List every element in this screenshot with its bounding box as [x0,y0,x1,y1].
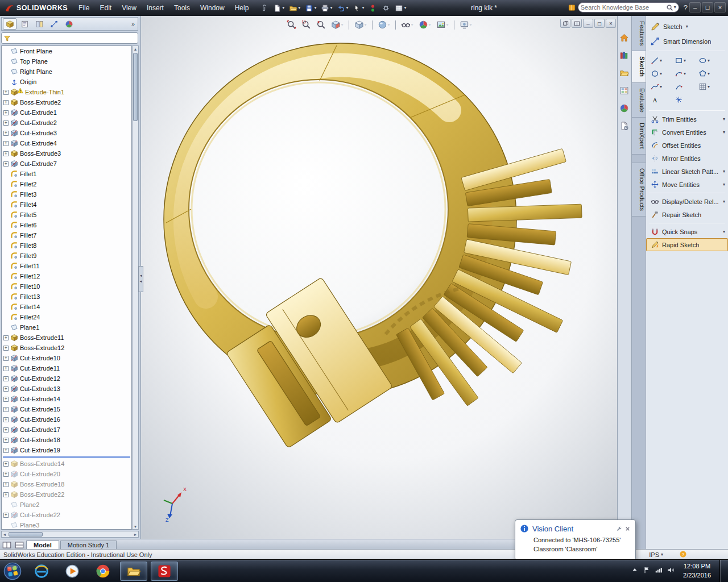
menu-tools[interactable]: Tools [169,1,195,15]
tree-item-fillet6[interactable]: Fillet6 [2,220,131,230]
tree-item-fillet9[interactable]: Fillet9 [2,251,131,261]
tree-horizontal-scrollbar[interactable]: ◄ ► [1,531,139,538]
expand-icon[interactable]: + [3,335,9,340]
zoom-previous-button[interactable] [314,19,327,31]
windows-explorer-taskbar-button[interactable] [120,562,147,581]
chrome-taskbar-button[interactable] [89,562,117,581]
trim-entities-button[interactable]: Trim Entities▾ [646,113,728,126]
stoplight-button[interactable] [367,3,379,14]
expand-icon[interactable]: + [3,161,9,167]
polygon-tool-button[interactable]: ▾ [698,67,722,80]
tree-item-plane2[interactable]: Plane2 [2,500,131,510]
zoom-fit-button[interactable] [284,19,297,31]
tree-item-extrude-thin1[interactable]: +Extrude-Thin1 [2,87,131,97]
units-selector[interactable]: IPS▾ [649,551,663,558]
display-style-button[interactable]: ▾ [375,19,391,31]
expand-icon[interactable]: + [3,90,9,95]
edit-appearance-button[interactable]: ▾ [417,19,433,31]
line-tool-button[interactable]: ▾ [651,54,675,67]
linear-sketch-patt-button[interactable]: Linear Sketch Patt...▾ [646,165,728,178]
configurationmanager-tab[interactable] [32,18,46,30]
tree-item-origin[interactable]: Origin [2,77,131,87]
tree-item-fillet2[interactable]: Fillet2 [2,179,131,189]
expand-icon[interactable]: + [3,346,9,351]
attach-button[interactable] [258,3,270,14]
tree-item-cut-extrude19[interactable]: +Cut-Extrude19 [2,445,131,455]
tree-item-boss-extrude12[interactable]: +Boss-Extrude12 [2,343,131,353]
sheet-button[interactable]: ▾ [393,3,408,14]
tree-item-fillet14[interactable]: Fillet14 [2,302,131,312]
mirror-entities-button[interactable]: Mirror Entities [646,152,728,165]
arc-tool-button[interactable]: ▾ [675,67,698,80]
hide-show-items-button[interactable]: ▾ [399,19,415,31]
solidworks-taskbar-button[interactable] [151,562,178,581]
menu-file[interactable]: File [73,1,94,15]
tree-item-cut-extrude2[interactable]: +Cut-Extrude2 [2,118,131,128]
notification-close-icon[interactable] [624,526,631,532]
tree-item-fillet24[interactable]: Fillet24 [2,312,131,322]
tree-item-boss-extrude2[interactable]: +Boss-Extrude2 [2,97,131,107]
print-button[interactable]: ▾ [319,3,334,14]
show-desktop-button[interactable] [719,560,726,582]
scroll-left-icon[interactable]: ◄ [2,531,7,537]
tree-item-boss-extrude18[interactable]: +Boss-Extrude18 [2,479,131,489]
tree-item-cut-extrude7[interactable]: +Cut-Extrude7 [2,159,131,169]
tree-item-fillet7[interactable]: Fillet7 [2,230,131,240]
search-caret-icon[interactable]: ▾ [674,5,676,10]
smart-dimension-button[interactable]: Smart Dimension [646,34,728,49]
tree-item-plane3[interactable]: Plane3 [2,520,131,530]
notification-options-icon[interactable] [616,526,622,532]
expand-icon[interactable]: + [3,376,9,381]
tree-item-boss-extrude14[interactable]: +Boss-Extrude14 [2,459,131,469]
search-input[interactable] [581,4,666,11]
quick-tip-icon[interactable]: ? [679,550,687,559]
expand-icon[interactable]: + [3,120,9,126]
tree-item-top-plane[interactable]: Top Plane [2,56,131,66]
propertymanager-tab[interactable] [18,18,31,30]
appearances-button[interactable] [619,103,630,114]
tree-item-cut-extrude13[interactable]: +Cut-Extrude13 [2,384,131,394]
tree-item-boss-extrude3[interactable]: +Boss-Extrude3 [2,148,131,159]
taskbar-clock[interactable]: 12:08 PM 2/23/2016 [683,562,711,580]
save-button[interactable]: ▾ [303,3,318,14]
tree-item-fillet4[interactable]: Fillet4 [2,199,131,210]
circle-tool-button[interactable]: ▾ [651,67,675,80]
filter-funnel-icon[interactable] [3,35,11,42]
move-entities-button[interactable]: Move Entities▾ [646,178,728,191]
expand-icon[interactable]: + [3,438,9,443]
panel-collapse-handle[interactable]: ◄◄ [138,266,143,292]
tree-item-cut-extrude22[interactable]: +Cut-Extrude22 [2,510,131,520]
expand-icon[interactable]: + [3,448,9,453]
tree-item-fillet13[interactable]: Fillet13 [2,292,131,302]
scroll-up-icon[interactable]: ▲ [133,46,138,52]
grid-tool-button[interactable]: ▾ [698,80,722,93]
ellipse-tool-button[interactable]: ▾ [698,54,722,67]
scroll-thumb[interactable] [9,532,43,537]
tab-office-products[interactable]: Office Products [632,163,646,217]
start-button[interactable] [2,561,23,581]
tree-filter-input[interactable] [13,35,136,41]
tree-item-fillet10[interactable]: Fillet10 [2,281,131,292]
expand-icon[interactable]: + [3,513,9,518]
minimize-button[interactable]: – [689,2,701,13]
expand-icon[interactable]: + [3,427,9,433]
tree-item-cut-extrude18[interactable]: +Cut-Extrude18 [2,435,131,445]
expand-icon[interactable]: + [3,110,9,115]
view-palette-button[interactable] [619,86,630,97]
tab-sketch[interactable]: Sketch [632,51,646,82]
tree-item-cut-extrude16[interactable]: +Cut-Extrude16 [2,414,131,425]
custom-properties-button[interactable] [619,121,630,132]
expand-icon[interactable]: + [3,100,9,105]
display-delete-rel-button[interactable]: Display/Delete Rel...▾ [646,195,728,208]
tree-item-cut-extrude17[interactable]: +Cut-Extrude17 [2,425,131,435]
expand-icon[interactable]: + [3,131,9,136]
tree-item-fillet1[interactable]: Fillet1 [2,169,131,179]
displaymanager-tab[interactable] [62,18,76,30]
section-view-button[interactable]: ▾ [329,19,345,31]
expand-icon[interactable]: + [3,141,9,146]
tree-item-cut-extrude15[interactable]: +Cut-Extrude15 [2,404,131,414]
expand-icon[interactable]: + [3,151,9,156]
repair-sketch-button[interactable]: Repair Sketch [646,208,728,221]
expand-icon[interactable]: + [3,417,9,422]
menu-insert[interactable]: Insert [142,1,169,15]
